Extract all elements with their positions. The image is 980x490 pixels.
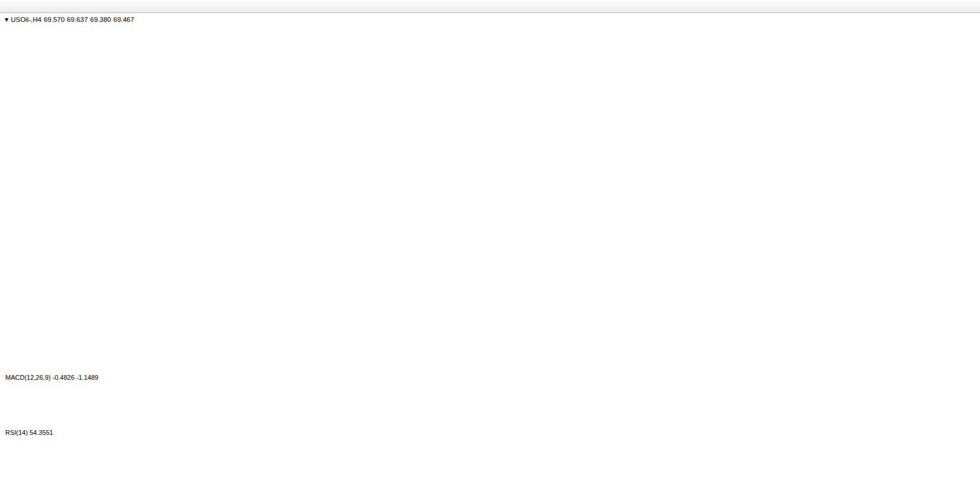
chart-title: ▼USOil-,H469.57069.63769.38069.467 — [5, 16, 137, 23]
toolbar — [0, 0, 980, 13]
macd-indicator-label: MACD(12,26,9) -0.4826 -1.1489 — [5, 374, 98, 381]
chart-dropdown-icon[interactable]: ▼ — [5, 17, 8, 23]
chart-canvas[interactable] — [0, 0, 980, 490]
trading-terminal: { "toolbar": { "groups": [ {"items":[ {"… — [0, 0, 980, 490]
macd-values: -0.4826 -1.1489 — [52, 374, 98, 381]
ohlc-open: 69.570 — [44, 16, 65, 23]
ohlc-low: 69.380 — [90, 16, 111, 23]
ohlc-high: 69.637 — [67, 16, 88, 23]
symbol-period-label: USOil-,H4 — [11, 16, 41, 23]
rsi-value: 54.3551 — [30, 429, 53, 436]
ohlc-close: 69.467 — [113, 16, 134, 23]
rsi-indicator-label: RSI(14) 54.3551 — [5, 429, 53, 436]
